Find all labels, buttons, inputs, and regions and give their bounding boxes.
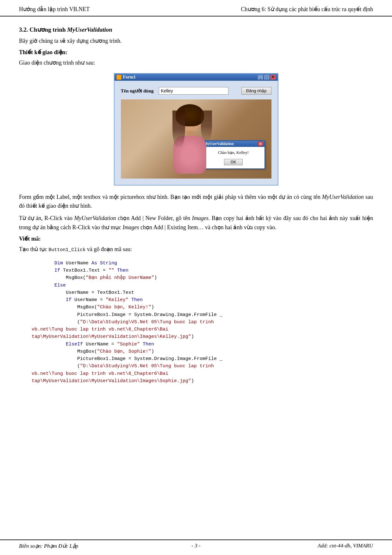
design-title: Thiết kế giao diện: — [19, 49, 373, 56]
page-footer: Biên soạn: Phạm Đức Lập - 3 - Add: cnt-4… — [0, 539, 392, 549]
close-button[interactable]: ✕ — [270, 75, 276, 80]
form-icon — [116, 75, 121, 80]
message-popup: MyUserValidation ✕ Chào bạn, Kelley! OK — [202, 140, 265, 169]
popup-body: Chào bạn, Kelley! OK — [202, 147, 264, 168]
popup-titlebar: MyUserValidation ✕ — [202, 141, 264, 147]
header-right: Chương 6: Sử dụng các phát biểu cấu trúc… — [241, 6, 373, 13]
maximize-button[interactable]: □ — [264, 75, 270, 80]
intro-text: Bây giờ chúng ta sẽ xây dựng chương trìn… — [19, 36, 373, 46]
section-number: 3.2. — [19, 26, 28, 33]
popup-close-button[interactable]: ✕ — [258, 142, 263, 146]
picture-area: MyUserValidation ✕ Chào bạn, Kelley! OK — [121, 99, 271, 179]
login-button[interactable]: Đăng nhập — [241, 87, 271, 95]
code-section-title: Viết mã: — [19, 235, 373, 242]
popup-message: Chào bạn, Kelley! — [206, 150, 261, 155]
win-controls: _ □ ✕ — [258, 75, 276, 80]
popup-ok-button[interactable]: OK — [224, 159, 243, 165]
footer-right: Add: cnt-44-dh, VIMARU — [318, 543, 373, 549]
windows-form: Form1 _ □ ✕ Tên người dùng Đăng nhập — [114, 73, 278, 186]
page-header: Hướng dẫn lập trình VB.NET Chương 6: Sử … — [0, 0, 392, 16]
minimize-button[interactable]: _ — [258, 75, 263, 80]
desc1: Form gồm một Label, một textbox và một p… — [19, 192, 373, 211]
code-block: Dim UserName As String If TextBox1.Text … — [19, 257, 373, 387]
code-intro: Tạo thủ tục Button1_Click và gõ đoạn mã … — [19, 245, 373, 254]
section-title-italic: MyUserValidation — [67, 26, 112, 33]
username-input[interactable] — [159, 87, 228, 95]
footer-center: - 3 - — [191, 543, 200, 549]
form-screenshot: Form1 _ □ ✕ Tên người dùng Đăng nhập — [19, 73, 373, 186]
form-title: Form1 — [123, 75, 136, 80]
win-titlebar-left: Form1 — [116, 75, 136, 80]
form-row: Tên người dùng Đăng nhập — [121, 87, 271, 95]
design-desc: Giao diện chương trình như sau: — [19, 58, 373, 67]
win-body: Tên người dùng Đăng nhập — [115, 81, 278, 185]
header-left: Hướng dẫn lập trình VB.NET — [19, 6, 90, 13]
section-title: 3.2. Chương trình MyUserValidation — [19, 26, 373, 33]
footer-left: Biên soạn: Phạm Đức Lập — [19, 543, 78, 549]
page: Hướng dẫn lập trình VB.NET Chương 6: Sử … — [0, 0, 392, 555]
popup-title: MyUserValidation — [204, 142, 234, 146]
section-title-prefix: Chương trình — [29, 26, 67, 33]
username-label: Tên người dùng — [121, 88, 156, 94]
win-titlebar: Form1 _ □ ✕ — [115, 74, 278, 81]
content-area: 3.2. Chương trình MyUserValidation Bây g… — [0, 16, 392, 397]
desc2: Từ dự án, R-Click vào MyUserValidation c… — [19, 214, 373, 232]
